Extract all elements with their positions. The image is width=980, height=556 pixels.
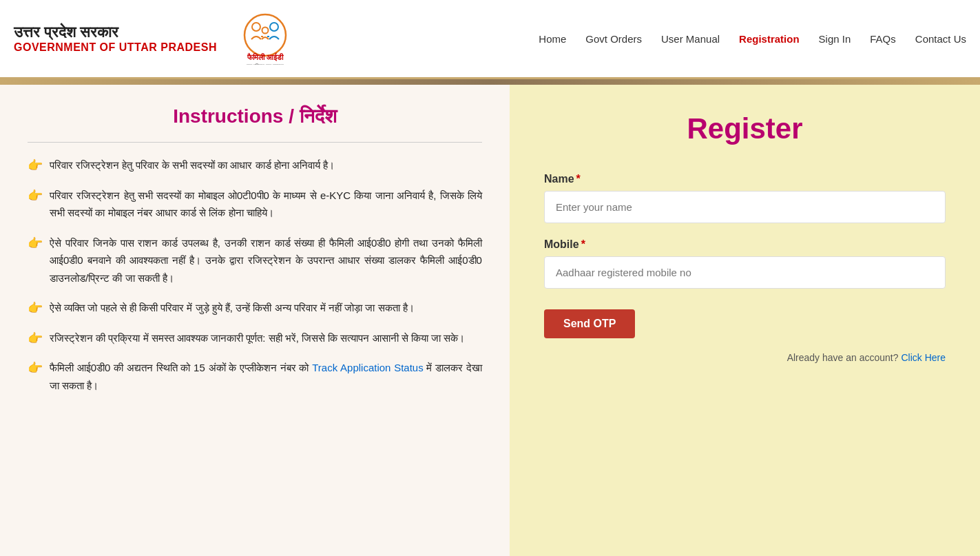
instruction-item-1: 👉 परिवार रजिस्ट्रेशन हेतु परिवार के सभी … [28, 156, 482, 174]
header: उत्तर प्रदेश सरकार GOVERNMENT OF UTTAR P… [0, 0, 980, 79]
svg-point-2 [270, 23, 278, 31]
nav-faqs[interactable]: FAQs [870, 33, 896, 45]
hindi-title: उत्तर प्रदेश सरकार [14, 23, 217, 41]
instruction-text-6: फैमिली आई0डी0 की अद्यतन स्थिति को 15 अंक… [50, 359, 482, 394]
divider [28, 142, 482, 143]
instruction-icon-4: 👉 [28, 300, 43, 316]
instruction-icon-5: 👉 [28, 331, 43, 346]
instruction-item-4: 👉 ऐसे व्यक्ति जो पहले से ही किसी परिवार … [28, 299, 482, 317]
register-title: Register [544, 112, 946, 145]
register-panel: Register Name* Mobile* Send OTP Already … [510, 85, 980, 556]
nav-sign-in[interactable]: Sign In [819, 33, 851, 45]
instruction-text-4: ऐसे व्यक्ति जो पहले से ही किसी परिवार मे… [50, 299, 415, 317]
svg-point-1 [252, 23, 260, 31]
instruction-item-5: 👉 रजिस्ट्रेशन की प्रक्रिया में समस्त आवश… [28, 329, 482, 347]
main-nav: Home Govt Orders User Manual Registratio… [539, 33, 966, 45]
svg-point-0 [244, 14, 286, 56]
government-branding: उत्तर प्रदेश सरकार GOVERNMENT OF UTTAR P… [14, 23, 217, 54]
mobile-form-group: Mobile* [544, 238, 946, 289]
nav-registration[interactable]: Registration [739, 33, 800, 45]
send-otp-button[interactable]: Send OTP [544, 309, 635, 338]
accent-bar [0, 79, 980, 85]
mobile-label: Mobile* [544, 238, 946, 251]
svg-point-3 [262, 27, 268, 33]
logo-container: फैमिली आईडी एक परिवार एक पहचान [238, 13, 293, 65]
instruction-text-1: परिवार रजिस्ट्रेशन हेतु परिवार के सभी सद… [50, 156, 335, 174]
nav-contact-us[interactable]: Contact Us [915, 33, 966, 45]
name-label: Name* [544, 173, 946, 185]
name-input[interactable] [544, 191, 946, 223]
instruction-icon-6: 👉 [28, 360, 43, 375]
already-account-text: Already have an account? [787, 352, 899, 363]
mobile-required: * [581, 238, 585, 250]
name-required: * [576, 173, 581, 185]
instruction-icon-2: 👉 [28, 188, 43, 203]
nav-govt-orders[interactable]: Govt Orders [585, 33, 642, 45]
svg-text:एक परिवार एक पहचान: एक परिवार एक पहचान [246, 63, 284, 65]
instruction-text-3: ऐसे परिवार जिनके पास राशन कार्ड उपलब्ध ह… [50, 234, 482, 287]
already-account-section: Already have an account? Click Here [544, 352, 946, 363]
instruction-icon-3: 👉 [28, 236, 43, 251]
nav-home[interactable]: Home [539, 33, 566, 45]
instruction-icon-1: 👉 [28, 158, 43, 173]
instruction-item-3: 👉 ऐसे परिवार जिनके पास राशन कार्ड उपलब्ध… [28, 234, 482, 287]
mobile-input[interactable] [544, 256, 946, 289]
svg-text:फैमिली आईडी: फैमिली आईडी [247, 52, 284, 61]
name-form-group: Name* [544, 173, 946, 223]
instruction-item-6: 👉 फैमिली आई0डी0 की अद्यतन स्थिति को 15 अ… [28, 359, 482, 394]
instruction-item-2: 👉 परिवार रजिस्ट्रेशन हेतु सभी सदस्यों का… [28, 187, 482, 222]
click-here-link[interactable]: Click Here [901, 352, 946, 363]
english-title: GOVERNMENT OF UTTAR PRADESH [14, 41, 217, 54]
instructions-panel: Instructions / निर्देश 👉 परिवार रजिस्ट्र… [0, 85, 510, 556]
instruction-text-5: रजिस्ट्रेशन की प्रक्रिया में समस्त आवश्य… [50, 329, 465, 347]
instruction-text-2: परिवार रजिस्ट्रेशन हेतु सभी सदस्यों का म… [50, 187, 482, 222]
main-content: Instructions / निर्देश 👉 परिवार रजिस्ट्र… [0, 85, 980, 556]
nav-user-manual[interactable]: User Manual [661, 33, 720, 45]
family-id-logo: फैमिली आईडी एक परिवार एक पहचान [238, 13, 293, 65]
instructions-title: Instructions / निर्देश [28, 105, 482, 128]
track-status-link[interactable]: Track Application Status [312, 362, 424, 373]
